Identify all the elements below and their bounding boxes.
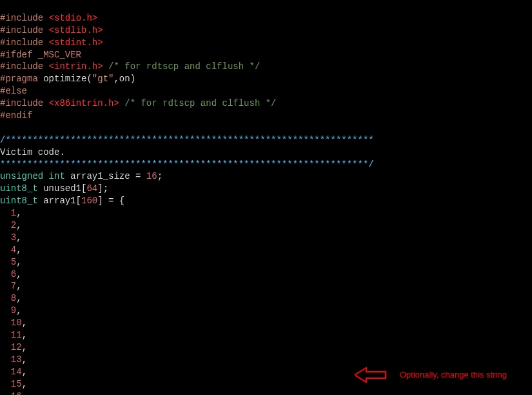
annotation-arrow: Optionally, change this string: [355, 367, 507, 383]
array-value: 12: [11, 342, 22, 352]
block-comment: /***************************************…: [0, 135, 374, 145]
include-directive: #include: [0, 61, 43, 72]
comment: /* for rdtscp and clflush */: [108, 61, 260, 72]
include-directive: #include: [0, 13, 43, 23]
header-name: <intrin.h>: [49, 61, 103, 72]
endif-directive: #endif: [0, 110, 32, 121]
pragma-directive: #pragma: [0, 74, 38, 84]
include-directive: #include: [0, 98, 43, 108]
array-value: 16: [11, 391, 22, 396]
header-name: <x86intrin.h>: [49, 98, 119, 108]
type-keyword: uint8_t: [0, 196, 38, 206]
include-directive: #include: [0, 37, 43, 48]
annotation-label: Optionally, change this string: [400, 369, 507, 381]
ifdef-directive: #ifdef _MSC_VER: [0, 50, 81, 60]
array-value: 14: [11, 367, 22, 377]
type-keyword: unsigned int: [0, 171, 65, 181]
block-comment: ****************************************…: [0, 159, 374, 170]
code-editor: #include <stdio.h> #include <stdlib.h> #…: [0, 0, 532, 395]
array-initializer: 1, 2, 3, 4, 5, 6, 7, 8, 9, 10, 11, 12, 1…: [0, 208, 27, 395]
svg-marker-0: [355, 368, 386, 382]
array-value: 11: [11, 330, 22, 340]
array-value: 1: [11, 208, 16, 218]
arrow-left-icon: [355, 367, 387, 383]
array-value: 4: [11, 245, 16, 255]
array-value: 2: [11, 220, 16, 230]
comment: /* for rdtscp and clflush */: [124, 98, 276, 108]
block-comment-title: Victim code.: [0, 147, 65, 157]
array-value: 6: [11, 269, 16, 279]
array-value: 15: [11, 379, 22, 389]
else-directive: #else: [0, 86, 27, 96]
header-name: <stdio.h>: [49, 13, 98, 23]
array-value: 7: [11, 281, 16, 291]
array-value: 13: [11, 354, 22, 365]
array-value: 10: [11, 318, 22, 328]
header-name: <stdint.h>: [49, 37, 103, 48]
header-name: <stdlib.h>: [49, 25, 103, 35]
array-value: 5: [11, 257, 16, 267]
type-keyword: uint8_t: [0, 183, 38, 194]
include-directive: #include: [0, 25, 43, 35]
array-value: 8: [11, 293, 16, 303]
array-value: 3: [11, 232, 16, 243]
array-value: 9: [11, 305, 16, 316]
